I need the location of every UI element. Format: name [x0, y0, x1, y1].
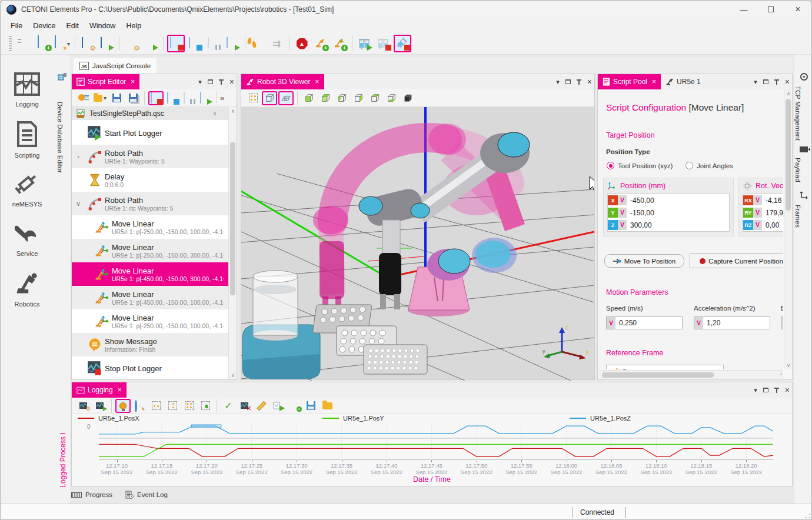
scroll-up-icon[interactable]: ∧ — [784, 91, 793, 96]
save-script-as-button[interactable] — [125, 91, 141, 105]
pin-icon[interactable] — [577, 79, 581, 85]
tab-logging[interactable]: Logging × — [72, 382, 127, 398]
menu-help[interactable]: Help — [121, 20, 147, 32]
configure-logger-button[interactable]: ⚙ — [76, 399, 91, 413]
step-stop-plot-logger[interactable]: Stop Plot Logger — [72, 356, 228, 379]
terminate-scripts-button[interactable] — [186, 35, 204, 52]
tree-collapsed-icon[interactable]: › — [72, 153, 85, 160]
script-pool-vscrollbar[interactable]: ∧ ∨ — [784, 89, 792, 369]
resize-grip[interactable] — [805, 513, 811, 519]
close-icon[interactable]: × — [315, 78, 320, 86]
value-chip[interactable]: V — [753, 195, 762, 205]
scroll-down-icon[interactable]: ∨ — [784, 362, 793, 368]
menu-file[interactable]: File — [5, 20, 28, 32]
close-icon[interactable]: × — [131, 78, 135, 86]
maximize-button[interactable] — [757, 1, 784, 18]
script-file-row[interactable]: TestSingleStepPath.qsc ∧ — [72, 107, 228, 120]
script-editor-scrollbar[interactable]: ∧ ∨ — [228, 107, 237, 379]
close-icon[interactable]: × — [785, 77, 790, 86]
tab-payload[interactable]: Payload — [794, 144, 812, 182]
step-show-message[interactable]: Show MessageInformation: Finish — [72, 333, 228, 356]
viewer-3d-scene[interactable]: ZXy — [241, 107, 594, 379]
close-icon[interactable]: × — [785, 385, 790, 395]
speed-field[interactable]: V 0,250 — [606, 316, 683, 329]
show-origins-button[interactable] — [245, 91, 261, 105]
measure-button[interactable] — [254, 399, 269, 413]
event-log-button[interactable]: Event Log — [125, 491, 168, 499]
add-robot-tool-button[interactable]: + — [331, 35, 348, 52]
stop-pump-button[interactable] — [394, 35, 411, 52]
sidebar-item-scripting[interactable]: Scripting — [1, 121, 54, 159]
view-iso-button[interactable] — [400, 91, 415, 105]
scroll-up-icon[interactable]: ∧ — [229, 108, 237, 114]
radio-joint-angles[interactable]: Joint Angles — [685, 162, 733, 169]
add-robot-button[interactable]: + — [312, 35, 330, 52]
pin-icon[interactable] — [219, 79, 224, 85]
chevron-down-icon[interactable]: ▾ — [754, 78, 757, 86]
chart-area[interactable]: Logged Process I 0 12:17:10Sep 15 202212… — [72, 424, 792, 486]
float-icon[interactable] — [208, 79, 213, 84]
reference-frame-select[interactable]: Base ∨ — [606, 365, 724, 369]
chevron-down-icon[interactable]: ▾ — [556, 78, 560, 86]
open-log-button[interactable] — [320, 399, 335, 413]
fit-all-button[interactable] — [181, 399, 197, 413]
chevron-down-icon[interactable]: ▾ — [198, 78, 202, 86]
start-logger-button[interactable] — [92, 399, 108, 413]
legend-posy[interactable]: UR5e_1.PosY — [322, 415, 384, 422]
step-start-plot-logger[interactable]: Start Plot Logger — [72, 121, 228, 145]
close-icon[interactable]: × — [118, 386, 122, 394]
close-icon[interactable]: × — [652, 78, 656, 86]
tree-expanded-icon[interactable]: ∨ — [72, 200, 85, 208]
fit-vertical-button[interactable] — [165, 399, 180, 413]
menu-edit[interactable]: Edit — [61, 20, 84, 32]
toolbar-overflow-icon[interactable]: » — [220, 94, 224, 102]
view-front-button[interactable] — [301, 91, 317, 105]
open-script-button[interactable]: ▾ — [92, 91, 108, 105]
rz-value-input[interactable]: 0,00 — [762, 221, 779, 229]
run-scripts-button[interactable] — [224, 35, 241, 52]
view-right-button[interactable] — [351, 91, 366, 105]
step-move-linear-4[interactable]: Move LinearUR5e 1: p[-450.00, -150.00, 1… — [72, 286, 228, 309]
view-top-button[interactable] — [367, 91, 382, 105]
step-robot-path-1[interactable]: › Robot PathUR5e 1: Waypoints: 5 — [72, 145, 228, 168]
sidebar-item-robotics[interactable]: Robotics — [1, 270, 54, 308]
tab-ur5e-1[interactable]: UR5e 1 — [661, 74, 705, 89]
step-robot-path-2[interactable]: ∨ Robot PathUR5e 1: rtc Waypoints: 5 — [72, 192, 228, 215]
tab-script-pool[interactable]: Script Pool × — [598, 74, 661, 89]
export-chart-button[interactable] — [270, 399, 285, 413]
legend-posx[interactable]: UR5e_1.PosX — [78, 415, 139, 422]
scroll-right-icon[interactable]: › — [780, 371, 782, 377]
pin-icon[interactable] — [774, 79, 779, 85]
close-button[interactable]: × — [784, 1, 811, 18]
run-script-button[interactable] — [198, 91, 213, 105]
tab-tcp-management[interactable]: TCP Management — [794, 72, 812, 141]
progress-button[interactable]: Progress — [71, 491, 112, 498]
float-icon[interactable] — [763, 388, 768, 392]
tab-robot-3d-viewer[interactable]: Robot 3D Viewer × — [241, 74, 324, 89]
sidebar-item-logging[interactable]: Logging — [1, 72, 54, 108]
wireframe-button[interactable] — [262, 91, 277, 105]
pause-script-button[interactable] — [181, 91, 197, 105]
run-process-button[interactable] — [98, 35, 115, 52]
value-chip[interactable]: V — [618, 208, 627, 218]
save-log-button[interactable] — [303, 399, 318, 413]
close-icon[interactable]: × — [229, 77, 234, 86]
script-pool-hscrollbar[interactable]: › — [598, 370, 783, 379]
view-back-button[interactable] — [318, 91, 333, 105]
terminate-script-button[interactable] — [165, 91, 180, 105]
fit-horizontal-button[interactable] — [148, 399, 164, 413]
disconnect-button[interactable] — [16, 35, 34, 52]
step-delay[interactable]: Delay0:0:6:0 — [72, 168, 228, 192]
show-grid-button[interactable] — [278, 91, 294, 105]
sidebar-item-nemesys[interactable]: neMESYS — [1, 171, 54, 208]
radio-tool-position[interactable]: Tool Position (xyz) — [607, 162, 673, 169]
start-dosing-button[interactable] — [356, 35, 374, 52]
value-chip[interactable]: V — [607, 317, 615, 329]
pin-icon[interactable] — [774, 388, 779, 393]
stop-script-button[interactable] — [148, 91, 164, 105]
float-icon[interactable] — [565, 79, 571, 84]
step-move-linear-1[interactable]: Move LinearUR5e 1: p[-250.00, -150.00, 1… — [72, 215, 228, 239]
x-value-input[interactable]: -450,00 — [627, 196, 654, 205]
menu-window[interactable]: Window — [84, 20, 121, 32]
stop-dosing-button[interactable] — [375, 35, 392, 52]
